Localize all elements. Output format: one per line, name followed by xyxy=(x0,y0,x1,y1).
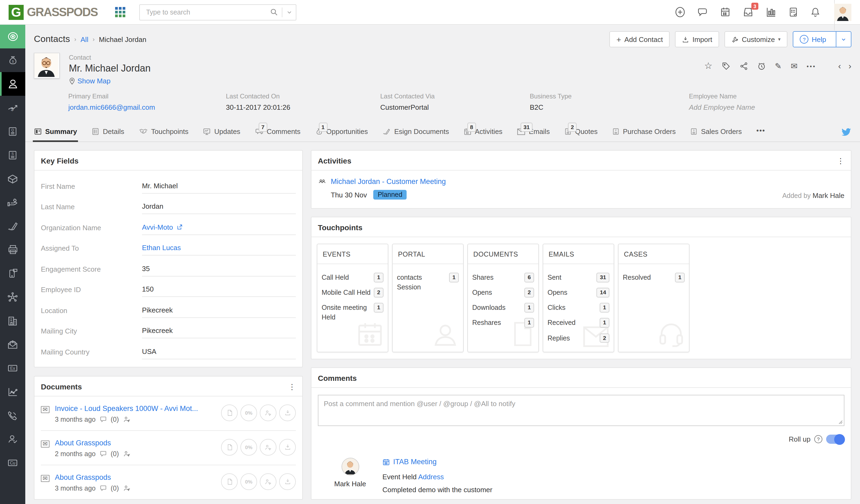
sidebar-item-custom-module[interactable]: Cu xyxy=(0,451,25,474)
sidebar-item-products[interactable] xyxy=(0,167,25,190)
contact-photo[interactable] xyxy=(34,53,60,78)
tab-emails[interactable]: 31 Emails xyxy=(517,128,550,142)
rollup-toggle[interactable] xyxy=(826,435,844,444)
inbox-icon[interactable]: 3 xyxy=(742,6,754,18)
document-share-button[interactable] xyxy=(260,438,276,455)
last-name-value[interactable]: Jordan xyxy=(142,202,296,214)
show-map-link[interactable]: Show Map xyxy=(69,77,150,85)
sidebar-item-esign[interactable] xyxy=(0,214,25,238)
reminder-clock-icon[interactable] xyxy=(757,61,765,70)
sidebar-item-sales-orders[interactable]: S xyxy=(0,143,25,167)
help-dropdown-chevron-icon[interactable] xyxy=(836,32,851,47)
document-link[interactable]: About Grasspods xyxy=(55,438,131,447)
search-scope-chevron-icon[interactable] xyxy=(286,9,292,15)
location-value[interactable]: Pikecreek xyxy=(142,306,296,318)
tag-icon[interactable] xyxy=(721,61,730,70)
tabs-overflow-icon[interactable]: ••• xyxy=(757,126,765,142)
rollup-help-icon[interactable]: ? xyxy=(814,435,822,443)
import-button[interactable]: Import xyxy=(675,31,719,47)
reports-icon[interactable] xyxy=(765,6,777,18)
sidebar-item-print[interactable] xyxy=(0,238,25,261)
notifications-bell-icon[interactable] xyxy=(810,6,821,18)
sidebar-item-services[interactable] xyxy=(0,190,25,214)
favorite-star-icon[interactable]: ☆ xyxy=(704,60,713,72)
external-link-icon[interactable] xyxy=(176,224,183,230)
sidebar-item-deals[interactable]: $ xyxy=(0,48,25,72)
panel-menu-icon[interactable]: ⋮ xyxy=(837,157,844,164)
resize-grip-icon[interactable] xyxy=(838,420,843,424)
breadcrumb-view[interactable]: All xyxy=(81,35,88,43)
document-progress-button[interactable]: 0% xyxy=(240,404,257,421)
previous-record-icon[interactable]: ‹ xyxy=(838,61,841,71)
next-record-icon[interactable]: › xyxy=(848,61,851,71)
help-button[interactable]: ?Help xyxy=(793,31,852,47)
document-download-button[interactable] xyxy=(279,404,296,421)
comment-input[interactable] xyxy=(318,395,844,426)
assigned-to-link[interactable]: Ethan Lucas xyxy=(142,244,296,256)
sidebar-item-revenue[interactable]: $ xyxy=(0,96,25,119)
employee-id-value[interactable]: 150 xyxy=(142,285,296,297)
sidebar-item-calls[interactable] xyxy=(0,403,25,427)
sidebar-item-companies[interactable] xyxy=(0,309,25,332)
comment-event-link[interactable]: ITAB Meeting xyxy=(383,458,844,466)
comment-address-link[interactable]: Address xyxy=(418,473,444,481)
quick-add-icon[interactable] xyxy=(674,6,686,18)
first-name-value[interactable]: Mr. Michael xyxy=(142,182,296,193)
sidebar-item-quotes[interactable]: Q xyxy=(0,119,25,143)
person-share-icon[interactable] xyxy=(123,416,131,423)
document-preview-button[interactable] xyxy=(221,404,238,421)
mailing-country-value[interactable]: USA xyxy=(142,347,296,359)
tab-esign-documents[interactable]: Esign Documents xyxy=(383,128,449,142)
tab-sales-orders[interactable]: S Sales Orders xyxy=(690,128,742,142)
primary-email-link[interactable]: jordan.mic6666@gmail.com xyxy=(68,103,226,111)
activity-link[interactable]: Michael Jordan - Customer Meeting xyxy=(331,177,446,186)
organization-link[interactable]: Avvi-Moto xyxy=(142,223,296,235)
twitter-icon[interactable] xyxy=(841,128,851,142)
mailing-city-value[interactable]: Pikecreek xyxy=(142,327,296,338)
search-input[interactable] xyxy=(145,8,270,16)
document-share-button[interactable] xyxy=(260,404,276,421)
engagement-score-value[interactable]: 35 xyxy=(142,264,296,276)
panel-menu-icon[interactable]: ⋮ xyxy=(288,383,296,390)
employee-name-placeholder[interactable]: Add Employee Name xyxy=(689,103,851,111)
document-download-button[interactable] xyxy=(279,438,296,455)
more-actions-icon[interactable]: ••• xyxy=(807,63,816,69)
send-email-icon[interactable]: ✉ xyxy=(791,61,797,71)
tab-summary[interactable]: Summary xyxy=(34,128,77,142)
global-search[interactable] xyxy=(139,4,296,20)
document-share-button[interactable] xyxy=(260,473,276,490)
document-progress-button[interactable]: 0% xyxy=(240,473,257,490)
sidebar-item-contacts[interactable] xyxy=(0,72,25,96)
tab-details[interactable]: Details xyxy=(92,128,125,142)
sidebar-item-integrations[interactable] xyxy=(0,285,25,309)
chat-icon[interactable] xyxy=(697,6,708,18)
tab-touchpoints[interactable]: Touchpoints xyxy=(139,128,188,142)
customize-button[interactable]: Customize ▾ xyxy=(725,31,788,47)
tab-updates[interactable]: Updates xyxy=(203,128,240,142)
breadcrumb-module[interactable]: Contacts xyxy=(34,34,70,45)
sidebar-item-campaigns[interactable] xyxy=(0,332,25,356)
calendar-icon[interactable] xyxy=(720,6,731,18)
person-share-icon[interactable] xyxy=(123,450,131,458)
add-contact-button[interactable]: +Add Contact xyxy=(610,31,670,47)
document-preview-button[interactable] xyxy=(221,473,238,490)
document-link[interactable]: About Grasspods xyxy=(55,473,131,481)
tab-opportunities[interactable]: 1 $ Opportunities xyxy=(315,128,368,142)
sidebar-item-sms[interactable] xyxy=(0,261,25,285)
search-icon[interactable] xyxy=(270,8,278,16)
sidebar-item-visitors[interactable] xyxy=(0,427,25,451)
edit-pencil-icon[interactable]: ✎ xyxy=(775,61,782,71)
document-download-button[interactable] xyxy=(279,473,296,490)
person-share-icon[interactable] xyxy=(123,484,131,492)
sidebar-item-targets[interactable] xyxy=(0,25,25,48)
tab-activities[interactable]: 8 Activities xyxy=(463,128,503,142)
tab-purchase-orders[interactable]: P Purchase Orders xyxy=(612,128,676,142)
document-progress-button[interactable]: 0% xyxy=(240,438,257,455)
document-preview-button[interactable] xyxy=(221,438,238,455)
tab-comments[interactable]: 7 Comments xyxy=(255,128,301,142)
tab-quotes[interactable]: 2 Q Quotes xyxy=(564,128,598,142)
sidebar-item-ex-module[interactable]: Ex xyxy=(0,356,25,380)
sidebar-item-analytics[interactable] xyxy=(0,380,25,403)
tasks-icon[interactable] xyxy=(788,6,799,18)
document-link[interactable]: Invoice - Loud Speakers 1000W - Avvi Mot… xyxy=(55,404,198,412)
